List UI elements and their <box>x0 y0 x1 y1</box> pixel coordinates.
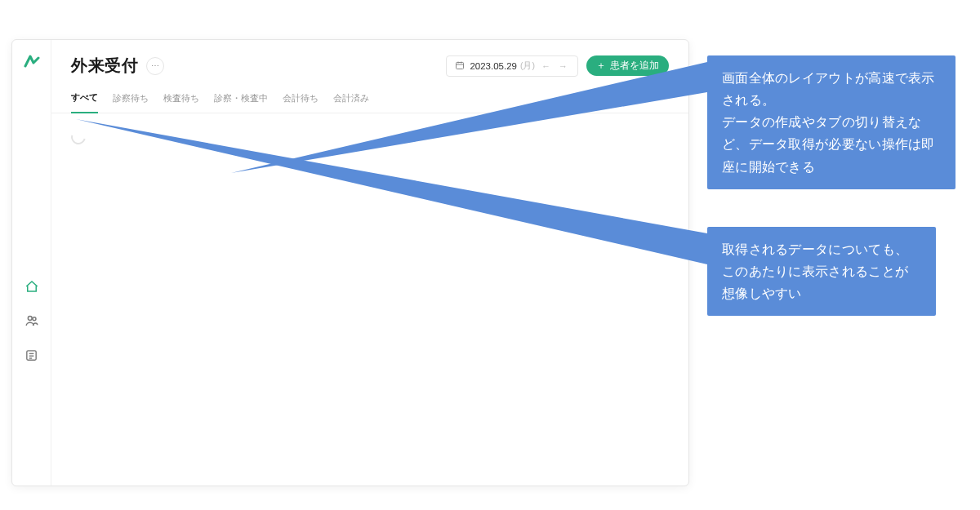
app-logo-icon <box>23 53 41 71</box>
page-title: 外来受付 <box>71 55 138 77</box>
svg-marker-14 <box>76 119 707 264</box>
svg-point-1 <box>33 317 36 321</box>
patients-nav-icon[interactable] <box>24 313 40 329</box>
list-nav-icon[interactable] <box>24 347 40 363</box>
tab-waiting-test[interactable]: 検査待ち <box>163 87 199 113</box>
annotation-text-1: 画面全体のレイアウトが高速で表示される。 データの作成やタブの切り替えなど、デー… <box>722 71 935 174</box>
annotation-callout-1: 画面全体のレイアウトが高速で表示される。 データの作成やタブの切り替えなど、デー… <box>707 55 956 189</box>
sidebar-nav <box>24 278 40 363</box>
tab-all[interactable]: すべて <box>71 86 98 113</box>
sidebar <box>12 40 51 486</box>
annotation-text-2: 取得されるデータについても、このあたりに表示されることが想像しやすい <box>722 242 908 300</box>
tab-waiting-exam[interactable]: 診察待ち <box>113 87 149 113</box>
reception-nav-icon[interactable] <box>24 278 40 295</box>
annotation-callout-2: 取得されるデータについても、このあたりに表示されることが想像しやすい <box>707 227 936 316</box>
callout-arrow-2 <box>76 119 713 282</box>
title-more-icon[interactable]: ⋯ <box>146 57 164 75</box>
svg-point-0 <box>28 317 32 321</box>
